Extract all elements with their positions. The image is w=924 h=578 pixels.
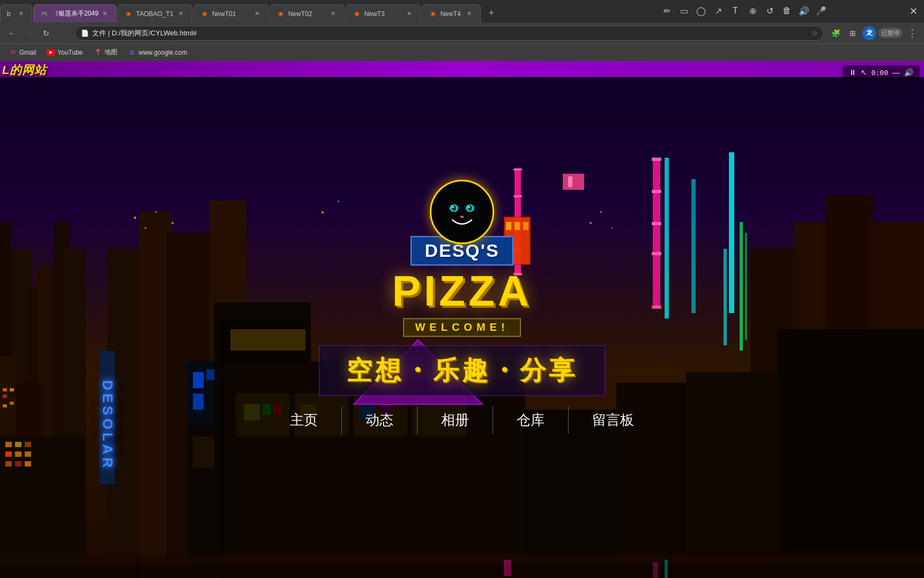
svg-rect-101 xyxy=(653,562,658,578)
new-tab-button[interactable]: + xyxy=(484,5,499,20)
tab-6-close[interactable]: ✕ xyxy=(465,10,474,18)
reload-button[interactable]: ↻ xyxy=(39,26,54,41)
svg-rect-80 xyxy=(777,329,924,578)
tab-4-title: NewT02 xyxy=(288,10,327,18)
svg-rect-61 xyxy=(5,461,12,466)
svg-rect-89 xyxy=(145,227,146,229)
youtube-icon: ▶ xyxy=(47,49,55,56)
extensions-icon[interactable]: 🧩 xyxy=(828,26,843,41)
svg-point-108 xyxy=(468,206,470,208)
undo-tool[interactable]: ↺ xyxy=(763,4,776,17)
capture-toolbar: ✏ ▭ ◯ ↗ T ⊕ ↺ 🗑 🔊 🎤 xyxy=(660,4,828,17)
tab-3-close[interactable]: ✕ xyxy=(253,10,262,18)
svg-rect-46 xyxy=(206,369,214,380)
svg-rect-14 xyxy=(3,404,7,407)
svg-rect-31 xyxy=(691,179,696,313)
tab-6[interactable]: ◉ NewT4 ✕ xyxy=(422,4,481,23)
tab-4-close[interactable]: ✕ xyxy=(329,10,338,18)
window-close-button[interactable]: ✕ xyxy=(907,5,920,18)
purple-top-banner xyxy=(0,61,924,77)
slogan-box: 空想・乐趣・分享 xyxy=(319,345,605,396)
maps-icon: 📍 xyxy=(94,48,102,57)
svg-rect-49 xyxy=(193,436,214,469)
welcome-text: WELCOME! xyxy=(415,321,509,333)
svg-rect-30 xyxy=(665,158,669,318)
svg-rect-59 xyxy=(15,451,21,457)
back-button[interactable]: ← xyxy=(4,26,19,41)
site-title: L的网站 xyxy=(2,62,47,78)
mosaic-tool[interactable]: ⊕ xyxy=(746,4,759,17)
tab-2-close[interactable]: ✕ xyxy=(177,10,185,18)
tab-0-close[interactable]: ✕ xyxy=(17,10,25,18)
video-play-icon[interactable]: ⏸ xyxy=(849,68,856,77)
site-title-text: L的网站 xyxy=(2,63,47,77)
address-bar[interactable]: 📄 文件 | D:/我的网页/CYLWeb.html# ☆ xyxy=(75,26,824,41)
svg-rect-57 xyxy=(25,442,31,447)
video-volume-icon[interactable]: 🔊 xyxy=(904,68,913,77)
tab-1[interactable]: 🎮 《银莲杀手2049 ✕ xyxy=(33,4,116,23)
bookmark-maps-label: 地图 xyxy=(105,48,117,57)
tab-3[interactable]: ◉ NewT01 ✕ xyxy=(193,4,269,23)
tab-1-favicon: 🎮 xyxy=(40,10,49,18)
trash-tool[interactable]: 🗑 xyxy=(780,4,793,17)
svg-rect-13 xyxy=(3,395,7,398)
forward-button[interactable]: → xyxy=(21,26,36,41)
tab-2[interactable]: ◉ TAOBAO_T1 ✕ xyxy=(117,4,192,23)
pencil-tool[interactable]: ✏ xyxy=(660,4,673,17)
nav-home[interactable]: 主页 xyxy=(266,406,342,434)
profile-button[interactable]: 龙 xyxy=(862,26,876,40)
desolxr-sign: DESOLAR xyxy=(99,380,116,471)
bookmark-maps[interactable]: 📍 地图 xyxy=(90,46,122,59)
tab-6-title: NewT4 xyxy=(441,10,463,18)
tab-2-title: TAOBAO_T1 xyxy=(136,10,175,18)
mic-tool[interactable]: 🎤 xyxy=(815,4,828,17)
arrow-tool[interactable]: ↗ xyxy=(712,4,725,17)
bookmark-star-icon[interactable]: ☆ xyxy=(811,29,818,37)
svg-point-109 xyxy=(460,216,464,218)
tab-5[interactable]: ◉ NewT3 ✕ xyxy=(346,4,421,23)
sync-paused-badge[interactable]: 已暂停 xyxy=(878,28,903,38)
tab-1-close[interactable]: ✕ xyxy=(101,10,109,18)
toolbar-right: 🧩 ⊞ 龙 已暂停 ⋮ xyxy=(828,26,920,41)
bookmark-youtube-label: YouTube xyxy=(57,49,83,56)
tab-0[interactable]: b ✕ xyxy=(0,4,32,23)
tab-3-favicon: ◉ xyxy=(200,10,209,18)
svg-point-107 xyxy=(452,206,454,208)
tab-0-title: b xyxy=(7,10,14,18)
nav-warehouse[interactable]: 仓库 xyxy=(493,406,569,434)
svg-rect-55 xyxy=(5,442,12,447)
video-cursor-icon: ↖ xyxy=(861,68,867,77)
svg-rect-88 xyxy=(134,217,136,219)
tab-4-favicon: ◉ xyxy=(277,10,285,18)
svg-rect-91 xyxy=(172,222,174,224)
tab-6-favicon: ◉ xyxy=(429,10,437,18)
tab-2-favicon: ◉ xyxy=(124,10,133,18)
svg-rect-63 xyxy=(25,461,31,466)
bookmark-google[interactable]: G www.google.com xyxy=(124,46,192,59)
google-icon: G xyxy=(128,48,137,57)
welcome-sign: WELCOME! xyxy=(403,318,520,337)
text-tool[interactable]: T xyxy=(729,4,742,17)
ext-manage-icon[interactable]: ⊞ xyxy=(845,26,860,41)
tab-4[interactable]: ◉ NewT02 ✕ xyxy=(270,4,345,23)
svg-rect-90 xyxy=(155,211,157,213)
nav-guestbook[interactable]: 留言板 xyxy=(569,406,658,434)
bookmark-youtube[interactable]: ▶ YouTube xyxy=(42,47,87,58)
navigation-toolbar: ← → ↻ 📄 文件 | D:/我的网页/CYLWeb.html# ☆ 🧩 ⊞ … xyxy=(0,23,924,44)
rect-tool[interactable]: ▭ xyxy=(677,4,690,17)
circle-tool[interactable]: ◯ xyxy=(695,4,707,17)
video-minimize-icon[interactable]: — xyxy=(892,68,900,77)
home-button[interactable] xyxy=(56,26,71,41)
svg-rect-82 xyxy=(652,158,661,161)
bookmark-gmail[interactable]: ✉ Gmail xyxy=(4,46,40,59)
audio-tool[interactable]: 🔊 xyxy=(798,4,810,17)
menu-button[interactable]: ⋮ xyxy=(905,26,920,41)
mascot-face-svg xyxy=(441,193,483,231)
tab-5-close[interactable]: ✕ xyxy=(405,10,414,18)
nav-updates[interactable]: 动态 xyxy=(342,406,418,434)
gmail-icon: ✉ xyxy=(9,48,17,57)
pizza-sign-text: PIZZA xyxy=(392,267,532,315)
nav-album[interactable]: 相册 xyxy=(418,406,493,434)
svg-rect-15 xyxy=(10,402,14,405)
svg-rect-25 xyxy=(513,168,522,171)
